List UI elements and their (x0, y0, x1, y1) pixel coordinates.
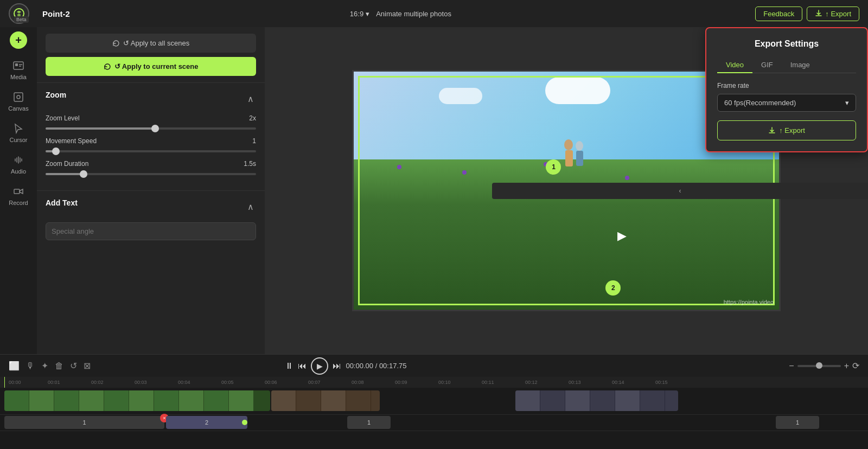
frame-rate-label: Frame rate (717, 82, 856, 89)
export-settings-title: Export Settings (717, 39, 856, 49)
zoom-thumb[interactable] (816, 362, 822, 369)
export-tab-gif[interactable]: GIF (752, 57, 782, 73)
thumb (129, 390, 154, 411)
zoom-out-button[interactable]: − (789, 361, 794, 371)
ruler-tick: 00:02 (91, 380, 104, 385)
add-text-input[interactable]: Special angle (46, 222, 256, 240)
delete-icon[interactable]: 🗑 (55, 361, 63, 371)
zoom-duration-slider[interactable] (46, 173, 256, 175)
skip-back-button[interactable]: ⏸ (285, 361, 293, 371)
add-button[interactable]: + (10, 31, 27, 49)
zoom-in-button[interactable]: + (844, 361, 849, 371)
video-track-clip[interactable] (4, 390, 270, 411)
cursor-icon (12, 123, 24, 134)
point-marker-2[interactable]: 2 (605, 280, 621, 296)
ruler-tick: 00:15 (655, 380, 668, 385)
export-tab-image[interactable]: Image (782, 57, 819, 73)
icon-sidebar: + Media Canvas Cursor (0, 27, 37, 354)
audio-label: Audio (11, 168, 26, 175)
time-display: 00:00.00 / 00:17.75 (346, 362, 406, 370)
audio-icon (12, 154, 24, 166)
cloud-1 (439, 88, 482, 104)
scene-2-label[interactable]: 2 (166, 416, 247, 429)
track-clip-2[interactable] (271, 390, 380, 411)
scene-icon[interactable]: ⬜ (9, 361, 20, 371)
sidebar-item-record[interactable]: Record (0, 181, 37, 210)
ruler-tick: 00:01 (48, 380, 60, 385)
thumb (565, 390, 590, 411)
add-text-collapse-button[interactable]: ∧ (245, 202, 256, 212)
mic-icon[interactable]: 🎙 (26, 361, 35, 371)
video-track-row (0, 388, 868, 415)
flower (625, 176, 629, 180)
project-title: Point-2 (42, 9, 70, 18)
thumb (179, 390, 204, 411)
zoom-level-row: Zoom Level 2x (46, 114, 256, 122)
feedback-button[interactable]: Feedback (755, 7, 802, 21)
ruler-tick: 00:00 (9, 380, 21, 385)
trash-icon[interactable]: ⊠ (84, 361, 91, 371)
refresh-current-icon (104, 63, 111, 70)
timeline-ruler: 00:00 00:01 00:02 00:03 00:04 00:05 00:0… (0, 377, 868, 388)
ruler-tick: 00:09 (395, 380, 407, 385)
panel-collapse-arrow[interactable]: ‹ (492, 183, 868, 199)
movement-speed-slider[interactable] (46, 150, 256, 152)
zoom-level-slider[interactable] (46, 127, 256, 130)
ruler-tick: 00:03 (135, 380, 147, 385)
refresh-icon (112, 40, 120, 47)
cloud-2 (545, 77, 610, 104)
ruler-tick: 00:04 (178, 380, 190, 385)
export-action-button[interactable]: ↑ Export (717, 120, 856, 140)
canvas-area: 1 2 ▶ https://pointa.video ‹ Export Sett… (265, 27, 868, 354)
zoom-duration-label: Zoom Duration (46, 160, 88, 168)
record-label: Record (9, 200, 28, 206)
thumb (346, 390, 371, 411)
apply-current-button[interactable]: ↺ Apply to current scene (46, 57, 256, 76)
next-button[interactable]: ⏭ (333, 361, 341, 371)
export-action-icon (768, 127, 776, 134)
frame-rate-select[interactable]: 60 fps(Recommended) ▾ (717, 94, 856, 112)
scene-1-label[interactable]: 1 (4, 416, 164, 429)
sidebar-item-audio[interactable]: Audio (0, 150, 37, 179)
reset-zoom-button[interactable]: ⟳ (852, 361, 859, 371)
playhead (4, 377, 5, 388)
undo-icon[interactable]: ↺ (70, 361, 77, 371)
sidebar-item-media[interactable]: Media (0, 55, 37, 85)
zoom-level-thumb[interactable] (151, 125, 159, 132)
zoom-duration-thumb[interactable] (80, 170, 87, 178)
export-top-button[interactable]: ↑ Export (807, 7, 859, 21)
scene-labels-row: 1 × 2 1 1 (0, 415, 868, 431)
scene-3-label[interactable]: 1 (347, 416, 391, 429)
track-clip-3[interactable] (515, 390, 678, 411)
effect-icon[interactable]: ✦ (41, 361, 48, 371)
ruler-tick: 00:07 (308, 380, 321, 385)
thumb (590, 390, 615, 411)
beta-badge: Beta (14, 16, 29, 23)
thumb (79, 390, 104, 411)
zoom-duration-value: 1.5s (244, 160, 256, 168)
thumb (615, 390, 640, 411)
thumb (540, 390, 565, 411)
sidebar-item-canvas[interactable]: Canvas (0, 87, 37, 116)
play-button[interactable]: ▶ (311, 357, 328, 375)
thumb (29, 390, 54, 411)
thumb (104, 390, 129, 411)
zoom-level-fill (46, 127, 155, 130)
export-tab-video[interactable]: Video (717, 57, 752, 73)
apply-all-button[interactable]: ↺ Apply to all scenes (46, 34, 256, 53)
ruler-tick: 00:06 (265, 380, 277, 385)
prev-button[interactable]: ⏮ (298, 361, 307, 371)
sidebar-item-cursor[interactable]: Cursor (0, 118, 37, 147)
ruler-tick: 00:12 (525, 380, 538, 385)
logo-area: Beta (9, 3, 29, 24)
person-svg (558, 138, 590, 176)
movement-speed-label: Movement Speed (46, 137, 97, 145)
zoom-section: Zoom ∧ Zoom Level 2x Movement Speed 1 Zo… (37, 82, 265, 190)
scene-4-label[interactable]: 1 (776, 416, 819, 429)
svg-rect-8 (14, 189, 20, 194)
zoom-slider[interactable] (797, 365, 841, 367)
point-marker-1[interactable]: 1 (546, 159, 561, 175)
movement-speed-thumb[interactable] (52, 147, 60, 155)
aspect-ratio-button[interactable]: 16:9 ▾ (350, 10, 369, 18)
zoom-collapse-button[interactable]: ∧ (245, 94, 256, 104)
